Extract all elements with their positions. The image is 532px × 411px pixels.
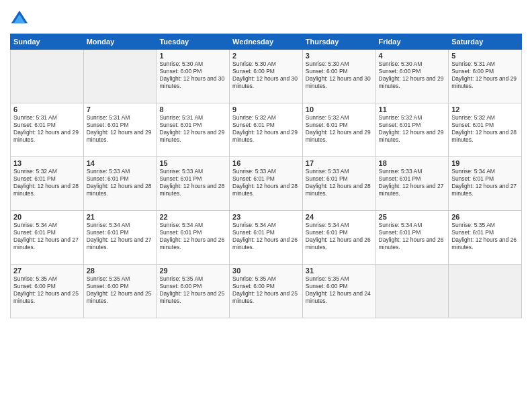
calendar-cell: 3Sunrise: 5:30 AM Sunset: 6:00 PM Daylig… [302, 50, 375, 103]
header-sunday: Sunday [11, 34, 84, 50]
day-number: 24 [306, 213, 373, 221]
calendar-cell: 13Sunrise: 5:32 AM Sunset: 6:01 PM Dayli… [11, 157, 84, 211]
calendar-cell: 1Sunrise: 5:30 AM Sunset: 6:00 PM Daylig… [157, 50, 230, 103]
day-info: Sunrise: 5:31 AM Sunset: 6:01 PM Dayligh… [13, 114, 81, 144]
day-number: 16 [232, 159, 300, 167]
page-header [10, 7, 522, 28]
day-number: 15 [159, 159, 226, 167]
day-number: 20 [13, 213, 81, 221]
day-info: Sunrise: 5:35 AM Sunset: 6:00 PM Dayligh… [87, 275, 154, 305]
day-info: Sunrise: 5:30 AM Sunset: 6:00 PM Dayligh… [306, 60, 373, 90]
calendar-header-row: SundayMondayTuesdayWednesdayThursdayFrid… [11, 34, 522, 50]
calendar-week-row: 27Sunrise: 5:35 AM Sunset: 6:00 PM Dayli… [11, 265, 522, 318]
calendar-cell [11, 50, 84, 103]
day-info: Sunrise: 5:31 AM Sunset: 6:01 PM Dayligh… [87, 114, 154, 144]
day-info: Sunrise: 5:32 AM Sunset: 6:01 PM Dayligh… [451, 114, 519, 144]
day-number: 4 [379, 52, 446, 60]
calendar-cell: 12Sunrise: 5:32 AM Sunset: 6:01 PM Dayli… [449, 103, 522, 157]
day-number: 23 [232, 213, 300, 221]
day-info: Sunrise: 5:35 AM Sunset: 6:01 PM Dayligh… [451, 222, 519, 251]
calendar-cell: 14Sunrise: 5:33 AM Sunset: 6:01 PM Dayli… [83, 157, 157, 211]
day-number: 31 [306, 267, 373, 275]
day-number: 2 [232, 52, 300, 60]
calendar-cell: 26Sunrise: 5:35 AM Sunset: 6:01 PM Dayli… [449, 211, 522, 265]
calendar-cell: 17Sunrise: 5:33 AM Sunset: 6:01 PM Dayli… [302, 157, 375, 211]
header-thursday: Thursday [302, 34, 375, 50]
day-info: Sunrise: 5:34 AM Sunset: 6:01 PM Dayligh… [232, 222, 300, 251]
day-number: 21 [87, 213, 154, 221]
day-number: 17 [306, 159, 373, 167]
calendar-cell: 25Sunrise: 5:34 AM Sunset: 6:01 PM Dayli… [375, 211, 449, 265]
day-number: 22 [159, 213, 226, 221]
day-info: Sunrise: 5:31 AM Sunset: 6:00 PM Dayligh… [451, 60, 519, 90]
day-number: 18 [379, 159, 446, 167]
day-number: 7 [87, 105, 154, 113]
day-number: 8 [159, 105, 226, 113]
day-number: 13 [13, 159, 81, 167]
calendar-cell: 24Sunrise: 5:34 AM Sunset: 6:01 PM Dayli… [302, 211, 375, 265]
day-info: Sunrise: 5:33 AM Sunset: 6:01 PM Dayligh… [306, 168, 373, 197]
day-info: Sunrise: 5:30 AM Sunset: 6:00 PM Dayligh… [379, 60, 446, 90]
header-monday: Monday [83, 34, 157, 50]
calendar-cell: 18Sunrise: 5:33 AM Sunset: 6:01 PM Dayli… [375, 157, 449, 211]
day-info: Sunrise: 5:34 AM Sunset: 6:01 PM Dayligh… [13, 222, 81, 251]
calendar-cell: 8Sunrise: 5:31 AM Sunset: 6:01 PM Daylig… [157, 103, 230, 157]
day-number: 27 [13, 267, 81, 275]
calendar-cell: 19Sunrise: 5:34 AM Sunset: 6:01 PM Dayli… [449, 157, 522, 211]
day-number: 6 [13, 105, 81, 113]
day-info: Sunrise: 5:34 AM Sunset: 6:01 PM Dayligh… [451, 168, 519, 197]
day-number: 26 [451, 213, 519, 221]
day-info: Sunrise: 5:35 AM Sunset: 6:00 PM Dayligh… [306, 275, 373, 305]
day-info: Sunrise: 5:35 AM Sunset: 6:00 PM Dayligh… [159, 275, 226, 305]
day-number: 1 [159, 52, 226, 60]
calendar-cell: 22Sunrise: 5:34 AM Sunset: 6:01 PM Dayli… [157, 211, 230, 265]
day-number: 10 [306, 105, 373, 113]
header-saturday: Saturday [449, 34, 522, 50]
day-info: Sunrise: 5:35 AM Sunset: 6:00 PM Dayligh… [232, 275, 300, 305]
day-number: 19 [451, 159, 519, 167]
calendar-cell: 27Sunrise: 5:35 AM Sunset: 6:00 PM Dayli… [11, 265, 84, 318]
day-info: Sunrise: 5:32 AM Sunset: 6:01 PM Dayligh… [232, 114, 300, 144]
day-info: Sunrise: 5:34 AM Sunset: 6:01 PM Dayligh… [159, 222, 226, 251]
calendar-week-row: 1Sunrise: 5:30 AM Sunset: 6:00 PM Daylig… [11, 50, 522, 103]
logo [10, 9, 32, 28]
calendar-cell: 21Sunrise: 5:34 AM Sunset: 6:01 PM Dayli… [83, 211, 157, 265]
calendar-cell: 4Sunrise: 5:30 AM Sunset: 6:00 PM Daylig… [375, 50, 449, 103]
calendar-cell: 30Sunrise: 5:35 AM Sunset: 6:00 PM Dayli… [230, 265, 303, 318]
day-number: 25 [379, 213, 446, 221]
calendar-cell: 28Sunrise: 5:35 AM Sunset: 6:00 PM Dayli… [83, 265, 157, 318]
day-info: Sunrise: 5:33 AM Sunset: 6:01 PM Dayligh… [379, 168, 446, 197]
day-info: Sunrise: 5:33 AM Sunset: 6:01 PM Dayligh… [232, 168, 300, 197]
day-number: 28 [87, 267, 154, 275]
calendar-cell: 9Sunrise: 5:32 AM Sunset: 6:01 PM Daylig… [230, 103, 303, 157]
day-info: Sunrise: 5:34 AM Sunset: 6:01 PM Dayligh… [87, 222, 154, 251]
logo-icon [10, 9, 29, 28]
day-info: Sunrise: 5:30 AM Sunset: 6:00 PM Dayligh… [159, 60, 226, 90]
calendar-week-row: 13Sunrise: 5:32 AM Sunset: 6:01 PM Dayli… [11, 157, 522, 211]
calendar-cell: 2Sunrise: 5:30 AM Sunset: 6:00 PM Daylig… [230, 50, 303, 103]
calendar-cell: 23Sunrise: 5:34 AM Sunset: 6:01 PM Dayli… [230, 211, 303, 265]
day-number: 29 [159, 267, 226, 275]
calendar-week-row: 6Sunrise: 5:31 AM Sunset: 6:01 PM Daylig… [11, 103, 522, 157]
calendar-cell: 20Sunrise: 5:34 AM Sunset: 6:01 PM Dayli… [11, 211, 84, 265]
calendar-cell: 29Sunrise: 5:35 AM Sunset: 6:00 PM Dayli… [157, 265, 230, 318]
day-info: Sunrise: 5:33 AM Sunset: 6:01 PM Dayligh… [87, 168, 154, 197]
calendar-cell: 5Sunrise: 5:31 AM Sunset: 6:00 PM Daylig… [449, 50, 522, 103]
day-info: Sunrise: 5:31 AM Sunset: 6:01 PM Dayligh… [159, 114, 226, 144]
calendar-cell: 10Sunrise: 5:32 AM Sunset: 6:01 PM Dayli… [302, 103, 375, 157]
calendar-cell: 15Sunrise: 5:33 AM Sunset: 6:01 PM Dayli… [157, 157, 230, 211]
day-info: Sunrise: 5:32 AM Sunset: 6:01 PM Dayligh… [379, 114, 446, 144]
calendar-cell [449, 265, 522, 318]
header-friday: Friday [375, 34, 449, 50]
header-tuesday: Tuesday [157, 34, 230, 50]
day-info: Sunrise: 5:35 AM Sunset: 6:00 PM Dayligh… [13, 275, 81, 305]
calendar-week-row: 20Sunrise: 5:34 AM Sunset: 6:01 PM Dayli… [11, 211, 522, 265]
header-wednesday: Wednesday [230, 34, 303, 50]
calendar-cell: 16Sunrise: 5:33 AM Sunset: 6:01 PM Dayli… [230, 157, 303, 211]
calendar-cell [375, 265, 449, 318]
calendar-cell: 6Sunrise: 5:31 AM Sunset: 6:01 PM Daylig… [11, 103, 84, 157]
calendar-table: SundayMondayTuesdayWednesdayThursdayFrid… [10, 34, 522, 318]
day-info: Sunrise: 5:34 AM Sunset: 6:01 PM Dayligh… [306, 222, 373, 251]
day-info: Sunrise: 5:30 AM Sunset: 6:00 PM Dayligh… [232, 60, 300, 90]
calendar-cell: 31Sunrise: 5:35 AM Sunset: 6:00 PM Dayli… [302, 265, 375, 318]
